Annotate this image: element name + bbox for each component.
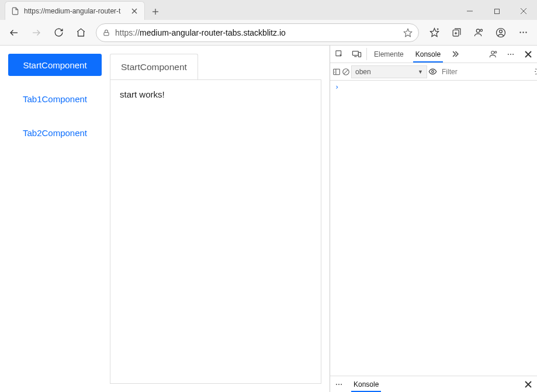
svg-point-21	[500, 30, 503, 33]
devtools-close-button[interactable]	[519, 46, 537, 63]
svg-rect-10	[104, 32, 109, 35]
more-tabs-icon[interactable]	[446, 46, 464, 63]
svg-point-30	[494, 51, 496, 53]
svg-point-24	[525, 32, 526, 33]
tab-close-button[interactable]	[130, 7, 138, 15]
drawer-close-button[interactable]	[519, 376, 537, 392]
forward-button[interactable]	[26, 22, 47, 43]
nav-item-tab2[interactable]: Tab2Component	[8, 122, 102, 144]
inspect-icon[interactable]	[330, 46, 348, 63]
devtools-profile-icon[interactable]	[484, 46, 502, 63]
console-output[interactable]: ›	[330, 81, 537, 376]
svg-line-39	[344, 70, 348, 74]
content-tab-header[interactable]: StartComponent	[110, 54, 198, 79]
svg-point-23	[522, 32, 524, 33]
console-settings-icon[interactable]	[534, 67, 537, 76]
svg-rect-5	[494, 9, 499, 13]
new-tab-button[interactable]	[147, 4, 164, 20]
browser-tab[interactable]: https://medium-angular-router-t	[5, 1, 145, 20]
window-controls	[456, 2, 537, 20]
svg-point-32	[510, 53, 511, 54]
console-sidebar-icon[interactable]	[332, 68, 341, 76]
account-button[interactable]	[490, 22, 511, 43]
devtools-console-toolbar: oben ▼	[330, 63, 537, 81]
svg-point-31	[508, 53, 509, 54]
devtools-tab-elements[interactable]: Elemente	[368, 46, 410, 63]
browser-toolbar: https://medium-angular-router-tabs.stack…	[0, 20, 537, 46]
menu-button[interactable]	[512, 22, 533, 43]
window-minimize-button[interactable]	[456, 2, 483, 20]
devtools-tab-console[interactable]: Konsole	[410, 46, 446, 63]
refresh-button[interactable]	[48, 22, 69, 43]
svg-marker-11	[404, 29, 411, 36]
clear-console-icon[interactable]	[342, 68, 350, 76]
home-button[interactable]	[70, 22, 91, 43]
page-content: StartComponent Tab1Component Tab2Compone…	[0, 46, 330, 392]
address-bar[interactable]: https://medium-angular-router-tabs.stack…	[96, 23, 419, 42]
devtools-more-icon[interactable]	[502, 46, 519, 63]
divider	[366, 48, 367, 60]
collections-button[interactable]	[446, 22, 467, 43]
svg-point-40	[432, 71, 434, 73]
back-button[interactable]	[4, 22, 25, 43]
content-column: StartComponent start works!	[110, 54, 321, 384]
chevron-down-icon: ▼	[418, 69, 423, 75]
devtools-panel: Elemente Konsole	[330, 46, 537, 392]
content-body: start works!	[110, 79, 321, 384]
context-selector-value: oben	[355, 68, 371, 76]
sidebar-nav: StartComponent Tab1Component Tab2Compone…	[8, 54, 102, 384]
window-maximize-button[interactable]	[483, 2, 510, 20]
device-toggle-icon[interactable]	[348, 46, 365, 63]
svg-point-44	[341, 383, 342, 384]
svg-point-22	[519, 32, 521, 33]
drawer-tab-console[interactable]: Konsole	[348, 376, 384, 392]
profile-button[interactable]	[468, 22, 489, 43]
console-prompt: ›	[335, 83, 339, 91]
main-area: StartComponent Tab1Component Tab2Compone…	[0, 46, 537, 392]
drawer-more-icon[interactable]	[330, 376, 348, 392]
svg-point-18	[476, 29, 480, 33]
star-icon[interactable]	[403, 28, 413, 37]
svg-rect-36	[334, 69, 340, 74]
svg-marker-12	[430, 28, 438, 36]
live-expression-icon[interactable]	[428, 67, 437, 76]
browser-tabstrip: https://medium-angular-router-t	[0, 0, 164, 20]
nav-item-tab1[interactable]: Tab1Component	[8, 88, 102, 110]
svg-rect-26	[352, 51, 358, 55]
window-titlebar: https://medium-angular-router-t	[0, 0, 537, 20]
devtools-tabs: Elemente Konsole	[368, 46, 446, 63]
page-icon	[11, 7, 19, 15]
svg-point-33	[512, 53, 514, 54]
browser-tab-title: https://medium-angular-router-t	[24, 7, 126, 15]
context-selector[interactable]: oben ▼	[351, 65, 427, 78]
favorites-button[interactable]	[424, 22, 445, 43]
devtools-drawer: Konsole	[330, 376, 537, 392]
svg-point-43	[338, 383, 339, 384]
nav-item-start[interactable]: StartComponent	[8, 54, 102, 76]
window-close-button[interactable]	[510, 2, 537, 20]
devtools-top-bar: Elemente Konsole	[330, 46, 537, 63]
url-text: https://medium-angular-router-tabs.stack…	[115, 28, 399, 37]
svg-point-19	[480, 29, 482, 32]
content-text: start works!	[120, 89, 165, 99]
lock-icon	[102, 29, 110, 37]
toolbar-right	[424, 22, 533, 43]
svg-point-29	[491, 51, 494, 54]
svg-rect-28	[358, 53, 361, 57]
svg-point-42	[336, 383, 337, 384]
console-filter-input[interactable]	[438, 68, 533, 76]
